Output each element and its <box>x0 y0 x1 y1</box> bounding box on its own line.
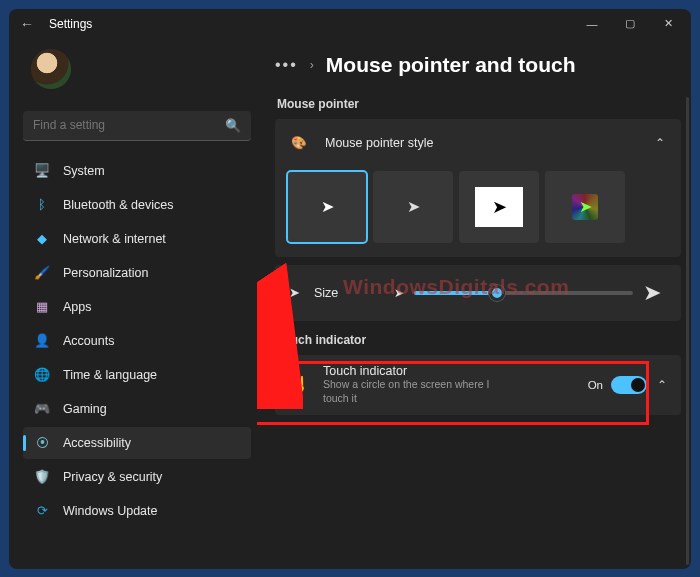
window-title: Settings <box>49 17 92 31</box>
cursor-icon: ➤ <box>475 187 523 227</box>
pointer-size-row: ➤ Size ➤ ➤ <box>275 265 681 321</box>
nav-label: Personalization <box>63 266 148 280</box>
nav-icon: 👤 <box>33 332 51 350</box>
touch-toggle[interactable] <box>611 376 647 394</box>
nav-icon: ⦿ <box>33 434 51 452</box>
search-icon: 🔍 <box>225 118 241 133</box>
sidebar: 🔍 🖥️SystemᛒBluetooth & devices◆Network &… <box>9 39 257 569</box>
sidebar-item-bluetooth-devices[interactable]: ᛒBluetooth & devices <box>23 189 251 221</box>
nav-icon: ▦ <box>33 298 51 316</box>
nav-icon: 🛡️ <box>33 468 51 486</box>
sidebar-item-system[interactable]: 🖥️System <box>23 155 251 187</box>
pointer-style-black[interactable]: ➤ <box>373 171 453 243</box>
page-title: Mouse pointer and touch <box>326 53 576 77</box>
sidebar-item-accessibility[interactable]: ⦿Accessibility <box>23 427 251 459</box>
pointer-style-white[interactable]: ➤ <box>287 171 367 243</box>
cursor-icon: ➤ <box>407 197 420 216</box>
sidebar-item-privacy-security[interactable]: 🛡️Privacy & security <box>23 461 251 493</box>
search-box[interactable]: 🔍 <box>23 111 251 141</box>
pointer-style-inverted[interactable]: ➤ <box>459 171 539 243</box>
search-input[interactable] <box>33 118 225 132</box>
touch-indicator-card[interactable]: ☝️ Touch indicator Show a circle on the … <box>275 355 681 415</box>
cursor-max-icon: ➤ <box>643 280 661 306</box>
settings-window: ← Settings — ▢ ✕ 🔍 🖥️SystemᛒBluetooth & … <box>9 9 691 569</box>
maximize-button[interactable]: ▢ <box>611 10 649 38</box>
nav-label: Network & internet <box>63 232 166 246</box>
sidebar-item-apps[interactable]: ▦Apps <box>23 291 251 323</box>
cursor-icon: ➤ <box>579 197 592 216</box>
section-label-mouse-pointer: Mouse pointer <box>277 97 681 111</box>
chevron-up-icon: ⌃ <box>655 136 665 150</box>
titlebar: ← Settings — ▢ ✕ <box>9 9 691 39</box>
main-panel: ••• › Mouse pointer and touch Mouse poin… <box>257 39 691 569</box>
nav-icon: ᛒ <box>33 196 51 214</box>
chevron-right-icon: › <box>310 58 314 72</box>
touch-card-title: Touch indicator <box>323 364 588 378</box>
nav-label: Apps <box>63 300 92 314</box>
sidebar-item-personalization[interactable]: 🖌️Personalization <box>23 257 251 289</box>
back-button[interactable]: ← <box>13 16 41 32</box>
slider-thumb[interactable] <box>489 285 505 301</box>
cursor-min-icon: ➤ <box>394 286 404 300</box>
nav-icon: ◆ <box>33 230 51 248</box>
pointer-style-custom-color[interactable]: ➤ <box>545 171 625 243</box>
close-button[interactable]: ✕ <box>649 10 687 38</box>
nav-label: Windows Update <box>63 504 158 518</box>
nav-label: Privacy & security <box>63 470 162 484</box>
pointer-style-card: 🎨 Mouse pointer style ⌃ ➤ ➤ ➤ ➤ <box>275 119 681 257</box>
breadcrumb: ••• › Mouse pointer and touch <box>275 45 681 85</box>
nav-icon: 🌐 <box>33 366 51 384</box>
sidebar-item-gaming[interactable]: 🎮Gaming <box>23 393 251 425</box>
pointer-style-header[interactable]: 🎨 Mouse pointer style ⌃ <box>275 119 681 167</box>
sidebar-item-accounts[interactable]: 👤Accounts <box>23 325 251 357</box>
minimize-button[interactable]: — <box>573 10 611 38</box>
cursor-icon: ➤ <box>321 197 334 216</box>
nav-label: Bluetooth & devices <box>63 198 174 212</box>
sidebar-item-windows-update[interactable]: ⟳Windows Update <box>23 495 251 527</box>
nav-label: System <box>63 164 105 178</box>
touch-icon: ☝️ <box>289 375 311 394</box>
touch-card-desc: Show a circle on the screen where I touc… <box>323 378 513 405</box>
palette-icon: 🎨 <box>291 135 311 150</box>
nav-icon: 🖌️ <box>33 264 51 282</box>
section-label-touch: Touch indicator <box>277 333 681 347</box>
user-avatar[interactable] <box>31 49 71 89</box>
pointer-style-label: Mouse pointer style <box>325 136 655 150</box>
breadcrumb-overflow[interactable]: ••• <box>275 56 298 74</box>
nav-label: Gaming <box>63 402 107 416</box>
scrollbar[interactable] <box>686 97 689 565</box>
toggle-state-label: On <box>588 379 603 391</box>
size-slider[interactable] <box>414 291 633 295</box>
cursor-small-icon: ➤ <box>289 285 300 300</box>
size-label: Size <box>314 286 394 300</box>
nav-icon: ⟳ <box>33 502 51 520</box>
nav-label: Accounts <box>63 334 114 348</box>
nav-icon: 🎮 <box>33 400 51 418</box>
nav-label: Accessibility <box>63 436 131 450</box>
nav-label: Time & language <box>63 368 157 382</box>
sidebar-item-network-internet[interactable]: ◆Network & internet <box>23 223 251 255</box>
sidebar-item-time-language[interactable]: 🌐Time & language <box>23 359 251 391</box>
chevron-up-icon: ⌃ <box>657 378 667 392</box>
nav-icon: 🖥️ <box>33 162 51 180</box>
